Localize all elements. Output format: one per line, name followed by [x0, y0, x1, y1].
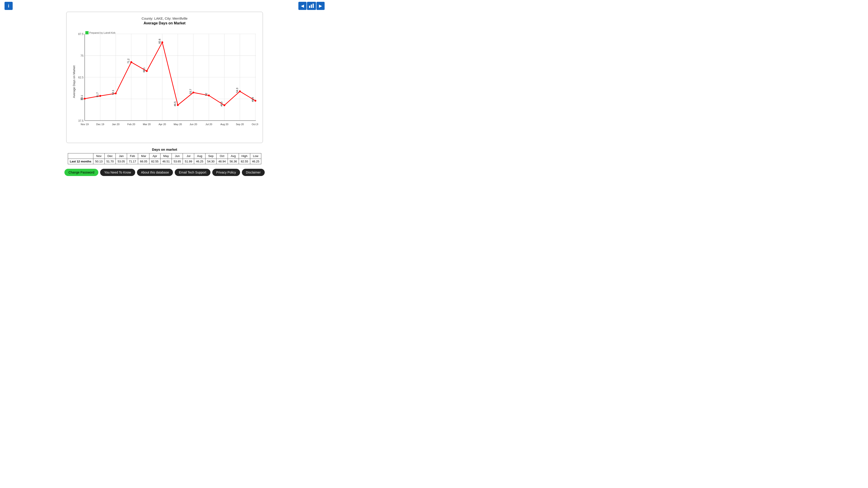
- cell-low: 46.25: [250, 159, 261, 164]
- cell-nov: 50.13: [93, 159, 105, 164]
- col-header-high: High: [239, 153, 250, 159]
- data-point-oct: [254, 100, 256, 102]
- table-title: Days on market: [66, 148, 263, 151]
- cell-feb: 71.17: [127, 159, 138, 164]
- table-header-row: Nov Dec Jan Feb Mar Apr May Jun Jul Aug …: [68, 153, 261, 159]
- chart-container: County: LAKE, City: Merrillville Average…: [66, 12, 263, 143]
- col-header-empty: [68, 153, 93, 159]
- data-point-aug: [223, 104, 225, 106]
- data-point-mar: [146, 70, 148, 72]
- col-header-sep: Sep: [205, 153, 217, 159]
- svg-text:52: 52: [205, 93, 208, 96]
- col-header-avg: Avg: [228, 153, 239, 159]
- svg-text:51.7: 51.7: [96, 92, 99, 97]
- data-point-apr: [161, 41, 163, 43]
- chart-county-title: County: LAKE, City: Merrillville: [71, 17, 258, 20]
- disclaimer-button[interactable]: Disclaimer: [242, 169, 265, 176]
- svg-rect-1: [311, 4, 312, 8]
- watermark-text: Prepared by Lutrell Kirk: [89, 31, 116, 34]
- svg-text:May 20: May 20: [174, 123, 182, 126]
- info-icon[interactable]: i: [4, 2, 13, 10]
- cell-may: 46.51: [160, 159, 172, 164]
- cell-dec: 51.70: [104, 159, 116, 164]
- watermark-icon: [86, 31, 89, 34]
- nav-prev-button[interactable]: ◀: [298, 2, 307, 10]
- col-header-nov: Nov: [93, 153, 105, 159]
- svg-text:75: 75: [81, 54, 84, 57]
- svg-text:Dec 19: Dec 19: [96, 123, 104, 126]
- svg-text:46.3: 46.3: [220, 102, 223, 107]
- svg-text:53.7: 53.7: [189, 89, 192, 94]
- cell-jun: 53.65: [172, 159, 183, 164]
- table-section: Days on market Nov Dec Jan Feb Mar Apr M…: [66, 148, 263, 164]
- svg-text:Nov 19: Nov 19: [81, 123, 89, 126]
- data-table: Nov Dec Jan Feb Mar Apr May Jun Jul Aug …: [68, 153, 261, 164]
- col-header-aug: Aug: [194, 153, 206, 159]
- col-header-dec: Dec: [104, 153, 116, 159]
- chart-svg: Average Days on Market 87.5 75 62.5 50 3…: [71, 28, 258, 136]
- svg-text:Oct 20: Oct 20: [252, 123, 258, 126]
- you-need-to-know-button[interactable]: You Need To Know: [100, 169, 135, 176]
- cell-mar: 66.05: [138, 159, 149, 164]
- svg-text:Feb 20: Feb 20: [127, 123, 135, 126]
- chart-icon[interactable]: [307, 2, 316, 10]
- data-point-jun: [192, 92, 194, 93]
- cell-avg: 56.36: [228, 159, 239, 164]
- svg-text:37.5: 37.5: [78, 119, 84, 123]
- svg-rect-2: [313, 4, 314, 8]
- cell-sep: 54.30: [205, 159, 217, 164]
- col-header-jul: Jul: [183, 153, 194, 159]
- col-header-jun: Jun: [172, 153, 183, 159]
- col-header-low: Low: [250, 153, 261, 159]
- privacy-policy-button[interactable]: Privacy Policy: [212, 169, 240, 176]
- svg-text:66.1: 66.1: [143, 68, 145, 72]
- svg-text:Jul 20: Jul 20: [206, 123, 212, 126]
- svg-text:54.3: 54.3: [236, 88, 239, 93]
- svg-text:50.1: 50.1: [81, 95, 84, 100]
- svg-text:87.5: 87.5: [78, 33, 84, 36]
- svg-text:Average Days on Market: Average Days on Market: [72, 66, 76, 98]
- chart-line: [85, 42, 255, 105]
- svg-text:71.2: 71.2: [127, 59, 130, 64]
- nav-next-button[interactable]: ▶: [316, 2, 324, 10]
- data-point-dec: [99, 95, 101, 97]
- col-header-feb: Feb: [127, 153, 138, 159]
- svg-text:Mar 20: Mar 20: [143, 123, 151, 126]
- svg-rect-0: [309, 6, 310, 8]
- about-database-button[interactable]: About this database: [137, 169, 173, 176]
- email-tech-support-button[interactable]: Email Tech Support: [175, 169, 210, 176]
- svg-text:Jan 20: Jan 20: [112, 123, 119, 126]
- change-password-button[interactable]: Change Password: [64, 169, 98, 176]
- cell-jul: 51.99: [183, 159, 194, 164]
- col-header-apr: Apr: [149, 153, 160, 159]
- svg-text:Aug 20: Aug 20: [220, 123, 228, 126]
- svg-text:62.5: 62.5: [78, 76, 84, 79]
- cell-jan: 53.05: [116, 159, 127, 164]
- data-point-jul: [208, 95, 210, 96]
- data-point-sep: [239, 90, 241, 92]
- top-bar: i ◀ ▶: [0, 0, 329, 12]
- col-header-mar: Mar: [138, 153, 149, 159]
- svg-text:46.5: 46.5: [174, 101, 176, 106]
- cell-oct: 48.94: [217, 159, 228, 164]
- svg-text:53.1: 53.1: [112, 90, 114, 95]
- footer-buttons: Change Password You Need To Know About t…: [0, 169, 329, 176]
- data-point-feb: [130, 61, 132, 63]
- col-header-may: May: [160, 153, 172, 159]
- cell-apr: 82.55: [149, 159, 160, 164]
- svg-text:Jun 20: Jun 20: [190, 123, 197, 126]
- chart-main-title: Average Days on Market: [71, 21, 258, 25]
- svg-text:Sep 20: Sep 20: [236, 123, 244, 126]
- data-point-jan: [115, 92, 117, 94]
- chart-area: Average Days on Market 87.5 75 62.5 50 3…: [71, 28, 258, 136]
- col-header-oct: Oct: [217, 153, 228, 159]
- svg-text:Apr 20: Apr 20: [159, 123, 166, 126]
- data-point-may: [177, 104, 179, 106]
- svg-text:48.9: 48.9: [251, 97, 254, 102]
- table-data-row: Last 12 months 50.13 51.70 53.05 71.17 6…: [68, 159, 261, 164]
- svg-text:82.6: 82.6: [158, 39, 161, 43]
- cell-aug: 46.25: [194, 159, 206, 164]
- data-point-nov: [84, 98, 86, 100]
- row-label: Last 12 months: [68, 159, 93, 164]
- col-header-jan: Jan: [116, 153, 127, 159]
